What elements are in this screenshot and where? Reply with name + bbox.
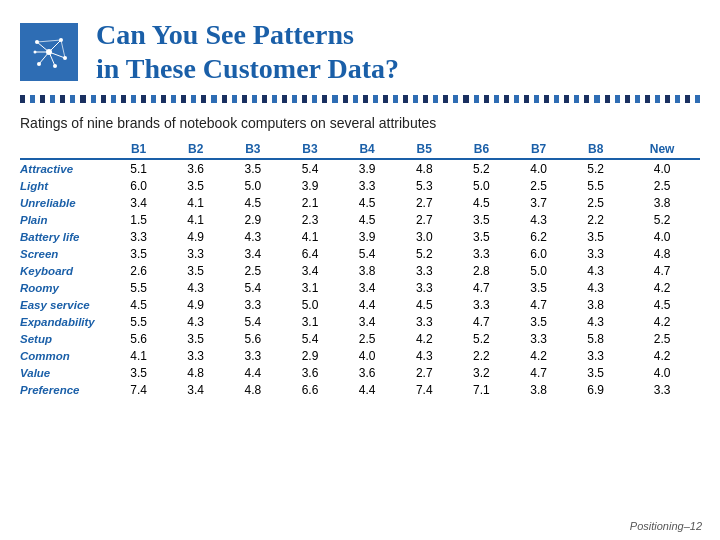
dot: [312, 95, 317, 103]
cell-value: 4.0: [624, 364, 700, 381]
cell-value: 3.3: [624, 381, 700, 398]
cell-value: 5.4: [339, 245, 396, 262]
title-block: Can You See Patterns in These Customer D…: [96, 18, 399, 85]
cell-value: 6.2: [510, 228, 567, 245]
logo: [20, 23, 78, 81]
dot: [70, 95, 75, 103]
col-header-b1: B1: [110, 139, 167, 159]
col-header-b4: B4: [339, 139, 396, 159]
cell-value: 3.3: [510, 330, 567, 347]
cell-value: 3.7: [510, 194, 567, 211]
table-row: Value3.54.84.43.63.62.73.24.73.54.0: [20, 364, 700, 381]
cell-value: 4.7: [510, 296, 567, 313]
dot: [554, 95, 559, 103]
cell-value: 5.4: [224, 279, 281, 296]
table-row: Roomy5.54.35.43.13.43.34.73.54.34.2: [20, 279, 700, 296]
dot: [252, 95, 257, 103]
cell-value: 5.4: [281, 159, 338, 177]
cell-value: 4.1: [281, 228, 338, 245]
cell-value: 3.3: [110, 228, 167, 245]
svg-line-14: [61, 40, 65, 58]
cell-value: 2.5: [339, 330, 396, 347]
dot: [655, 95, 660, 103]
col-header-b3a: B3: [224, 139, 281, 159]
table-header-row: B1 B2 B3 B3 B4 B5 B6 B7 B8 New: [20, 139, 700, 159]
cell-value: 3.5: [110, 364, 167, 381]
cell-value: 4.8: [396, 159, 453, 177]
cell-value: 3.3: [567, 245, 624, 262]
cell-value: 3.4: [224, 245, 281, 262]
cell-value: 4.5: [339, 211, 396, 228]
cell-value: 4.2: [396, 330, 453, 347]
cell-value: 3.3: [396, 262, 453, 279]
cell-value: 3.5: [224, 159, 281, 177]
cell-value: 4.0: [339, 347, 396, 364]
dot: [232, 95, 237, 103]
cell-value: 4.4: [339, 296, 396, 313]
svg-line-10: [39, 52, 49, 64]
cell-value: 3.8: [510, 381, 567, 398]
cell-value: 3.5: [453, 211, 510, 228]
cell-value: 6.4: [281, 245, 338, 262]
cell-value: 5.5: [110, 313, 167, 330]
cell-value: 4.4: [224, 364, 281, 381]
cell-value: 3.6: [167, 159, 224, 177]
dot: [675, 95, 680, 103]
cell-value: 4.2: [624, 347, 700, 364]
cell-value: 4.2: [510, 347, 567, 364]
cell-value: 3.3: [224, 347, 281, 364]
row-label: Easy service: [20, 296, 110, 313]
dot: [615, 95, 620, 103]
col-header-b6: B6: [453, 139, 510, 159]
dot: [564, 95, 569, 103]
cell-value: 4.3: [567, 279, 624, 296]
dot: [242, 95, 247, 103]
cell-value: 4.2: [624, 313, 700, 330]
logo-icon: [27, 30, 71, 74]
table-row: Expandability5.54.35.43.13.43.34.73.54.3…: [20, 313, 700, 330]
cell-value: 5.4: [281, 330, 338, 347]
cell-value: 5.0: [510, 262, 567, 279]
cell-value: 5.5: [567, 177, 624, 194]
cell-value: 4.5: [396, 296, 453, 313]
cell-value: 4.4: [339, 381, 396, 398]
col-header-label: [20, 139, 110, 159]
dot: [443, 95, 448, 103]
cell-value: 6.0: [110, 177, 167, 194]
cell-value: 4.8: [224, 381, 281, 398]
dot: [91, 95, 96, 103]
row-label: Common: [20, 347, 110, 364]
ratings-table: B1 B2 B3 B3 B4 B5 B6 B7 B8 New Attractiv…: [20, 139, 700, 398]
cell-value: 7.1: [453, 381, 510, 398]
cell-value: 3.4: [167, 381, 224, 398]
row-label: Plain: [20, 211, 110, 228]
cell-value: 3.1: [281, 313, 338, 330]
dot: [363, 95, 368, 103]
cell-value: 2.9: [281, 347, 338, 364]
col-header-b8: B8: [567, 139, 624, 159]
dot: [111, 95, 116, 103]
dot: [20, 95, 25, 103]
cell-value: 4.5: [110, 296, 167, 313]
dot: [514, 95, 519, 103]
dot: [353, 95, 358, 103]
cell-value: 4.3: [510, 211, 567, 228]
table-row: Preference7.43.44.86.64.47.47.13.86.93.3: [20, 381, 700, 398]
cell-value: 4.8: [167, 364, 224, 381]
dot: [413, 95, 418, 103]
cell-value: 5.3: [396, 177, 453, 194]
cell-value: 2.5: [624, 177, 700, 194]
cell-value: 5.2: [624, 211, 700, 228]
row-label: Attractive: [20, 159, 110, 177]
cell-value: 3.4: [110, 194, 167, 211]
dot: [201, 95, 206, 103]
table-row: Battery life3.34.94.34.13.93.03.56.23.54…: [20, 228, 700, 245]
cell-value: 4.1: [167, 194, 224, 211]
cell-value: 4.3: [567, 313, 624, 330]
dot: [302, 95, 307, 103]
cell-value: 5.0: [281, 296, 338, 313]
dot: [544, 95, 549, 103]
dots-separator: [0, 91, 720, 107]
dot: [343, 95, 348, 103]
cell-value: 4.7: [510, 364, 567, 381]
